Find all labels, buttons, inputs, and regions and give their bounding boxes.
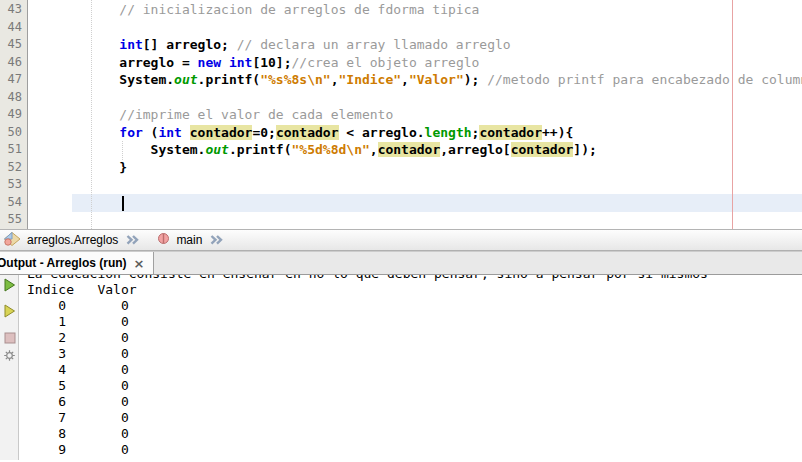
breadcrumb: arreglos.Arreglos main: [0, 230, 802, 251]
line-number[interactable]: 54: [0, 195, 27, 213]
line-number[interactable]: 47: [0, 72, 27, 90]
output-quote-line: La educación consiste en enseñar en no l…: [27, 275, 802, 282]
chevron-right-icon[interactable]: [126, 235, 139, 245]
rerun-changed-icon[interactable]: [3, 304, 16, 317]
output-table-row: 2 0: [27, 330, 802, 346]
code-area[interactable]: // inicializacion de arreglos de fdorma …: [44, 0, 802, 229]
code-line[interactable]: //imprime el valor de cada elemento: [88, 107, 802, 125]
line-number[interactable]: 43: [0, 2, 27, 20]
line-number[interactable]: 53: [0, 177, 27, 195]
close-icon[interactable]: ×: [134, 256, 145, 271]
code-line[interactable]: System.out.printf("%5d%8d\n",contador,ar…: [88, 142, 802, 160]
code-line[interactable]: System.out.printf("%s%8s\n","Indice","Va…: [88, 72, 802, 90]
breadcrumb-label: arreglos.Arreglos: [27, 233, 118, 247]
code-lines: // inicializacion de arreglos de fdorma …: [88, 2, 802, 230]
output-table-row: 3 0: [27, 346, 802, 362]
breadcrumb-item-method[interactable]: main: [157, 232, 202, 248]
output-table-header: Indice Valor: [27, 282, 802, 298]
line-number[interactable]: 46: [0, 55, 27, 73]
rerun-icon[interactable]: [3, 278, 16, 291]
breadcrumb-label: main: [176, 233, 202, 247]
output-table-row: 0 0: [27, 298, 802, 314]
glyph-margin[interactable]: [28, 0, 44, 229]
code-line[interactable]: // inicializacion de arreglos de fdorma …: [88, 2, 802, 20]
code-line[interactable]: [88, 20, 802, 38]
output-table-row: 8 0: [27, 426, 802, 442]
tab-label: Output - Arreglos (run): [0, 256, 127, 270]
line-number[interactable]: 50: [0, 125, 27, 143]
output-text[interactable]: La educación consiste en enseñar en no l…: [19, 275, 802, 460]
output-panel: La educación consiste en enseñar en no l…: [0, 275, 802, 460]
method-icon: [157, 232, 170, 248]
line-number-gutter[interactable]: 43444546474849505152535455: [0, 0, 28, 229]
code-line[interactable]: [88, 212, 802, 230]
chevron-right-icon[interactable]: [210, 235, 223, 245]
ant-settings-icon[interactable]: [3, 348, 16, 361]
output-table-row: 4 0: [27, 362, 802, 378]
code-line[interactable]: int[] arreglo; // declara un array llama…: [88, 37, 802, 55]
line-number[interactable]: 51: [0, 142, 27, 160]
output-table-row: 5 0: [27, 378, 802, 394]
class-icon: [4, 232, 21, 249]
output-table-row: 6 0: [27, 394, 802, 410]
code-line[interactable]: [88, 195, 802, 213]
code-line[interactable]: for (int contador=0;contador < arreglo.l…: [88, 125, 802, 143]
code-line[interactable]: arreglo = new int[10];//crea el objeto a…: [88, 55, 802, 73]
line-number[interactable]: 52: [0, 160, 27, 178]
breadcrumb-item-class[interactable]: arreglos.Arreglos: [4, 232, 118, 249]
output-table-row: 7 0: [27, 410, 802, 426]
tab-output-arreglos-run[interactable]: Output - Arreglos (run) ×: [0, 252, 154, 274]
text-caret: [122, 196, 124, 211]
line-number[interactable]: 44: [0, 20, 27, 38]
output-table-row: 1 0: [27, 314, 802, 330]
output-table-row: 9 0: [27, 442, 802, 458]
line-number[interactable]: 55: [0, 212, 27, 230]
netbeans-window: 43444546474849505152535455 // inicializa…: [0, 0, 802, 462]
code-editor[interactable]: 43444546474849505152535455 // inicializa…: [0, 0, 802, 230]
output-toolbar: [0, 275, 19, 460]
output-tab-bar: Output - Arreglos (run) ×: [0, 251, 802, 275]
line-number[interactable]: 49: [0, 107, 27, 125]
line-number[interactable]: 45: [0, 37, 27, 55]
stop-icon[interactable]: [4, 330, 17, 343]
line-number[interactable]: 48: [0, 90, 27, 108]
code-line[interactable]: [88, 90, 802, 108]
code-line[interactable]: }: [88, 160, 802, 178]
code-line[interactable]: [88, 177, 802, 195]
